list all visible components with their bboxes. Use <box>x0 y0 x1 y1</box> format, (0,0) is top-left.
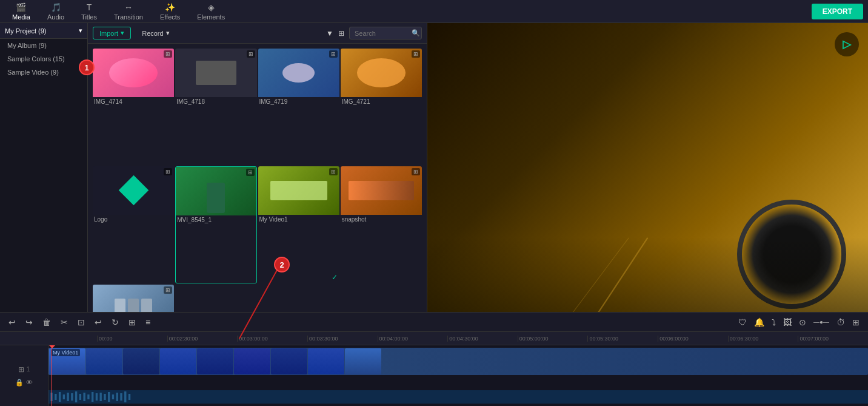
chevron-down-icon: ▾ <box>166 29 170 37</box>
ruler-mark-4: 00:04:00:00 <box>378 336 448 342</box>
svg-rect-17 <box>104 394 105 400</box>
effects-icon: ✨ <box>165 2 175 12</box>
cut-button[interactable]: ✂ <box>59 316 69 328</box>
thumb-badge: ⊞ <box>246 169 255 176</box>
delete-button[interactable]: 🗑 <box>41 316 52 328</box>
ruler-mark-2: 00:03:00:00 <box>237 336 307 342</box>
export-button[interactable]: EXPORT <box>812 4 863 19</box>
ruler-mark-5: 00:04:30:00 <box>447 336 518 342</box>
track-label: My Video1 <box>51 349 80 356</box>
svg-rect-15 <box>96 393 98 401</box>
svg-rect-8 <box>67 393 68 401</box>
record-button[interactable]: Record ▾ <box>136 27 175 39</box>
ruler-mark-1: 00:02:30:00 <box>167 336 238 342</box>
thumb-badge: ⊞ <box>247 50 255 58</box>
filter-icon[interactable]: ▼ <box>326 29 333 38</box>
ruler-mark-10: 00:07:00:00 <box>798 336 868 342</box>
ruler-marks: 00:00 00:02:30:00 00:03:00:00 00:03:30:0… <box>48 336 868 342</box>
tab-elements[interactable]: ◈ Elements <box>190 0 232 23</box>
svg-rect-7 <box>63 394 65 399</box>
redo-button[interactable]: ↪ <box>24 316 34 328</box>
media-thumb-img4714[interactable]: ⊞ IMG_4714 <box>93 49 174 165</box>
eye-icon[interactable]: 👁 <box>26 379 33 387</box>
speed-button[interactable]: —●— <box>812 317 830 326</box>
ruler-mark-6: 00:05:00:00 <box>518 336 588 342</box>
thumb-label: IMG_4721 <box>341 98 422 105</box>
media-toolbar-right: ▼ ⊞ 🔍 <box>326 27 422 39</box>
crop-button[interactable]: ⊡ <box>76 316 86 328</box>
rotate-left-button[interactable]: ↩ <box>93 316 103 328</box>
svg-rect-23 <box>129 394 130 400</box>
svg-rect-13 <box>87 394 89 399</box>
media-thumb-img4718[interactable]: ⊞ IMG_4718 <box>175 49 256 165</box>
photo-button[interactable]: 🖼 <box>782 316 793 328</box>
tab-media[interactable]: 🎬 Media <box>5 0 38 23</box>
svg-rect-14 <box>92 392 93 402</box>
svg-rect-19 <box>112 394 114 399</box>
check-icon: ✓ <box>332 273 338 282</box>
timeline-ruler: 00:00 00:02:30:00 00:03:00:00 00:03:30:0… <box>0 332 868 345</box>
sidebar-item-my-album[interactable]: My Album (9) <box>0 39 87 52</box>
svg-rect-16 <box>100 393 102 401</box>
ruler-mark-7: 00:05:30:00 <box>587 336 658 342</box>
timeline-toolbar: ↩ ↪ 🗑 ✂ ⊡ ↩ ↻ ⊞ ≡ 🛡 🔔 ⤵ 🖼 ⊙ —●— ⏱ ⊞ <box>0 313 868 332</box>
search-input[interactable] <box>355 30 409 37</box>
stabilize-button[interactable]: 🛡 <box>737 316 748 328</box>
audio-button[interactable]: 🔔 <box>753 316 766 328</box>
timeline-right-buttons: 🛡 🔔 ⤵ 🖼 ⊙ —●— ⏱ ⊞ <box>737 316 861 328</box>
thumb-badge: ⊞ <box>164 286 172 294</box>
project-header: My Project (9) ▾ <box>0 23 87 39</box>
import-button[interactable]: Import ▾ <box>93 27 131 39</box>
rotate-right-button[interactable]: ↻ <box>110 316 120 328</box>
motion-button[interactable]: ⊞ <box>127 316 137 328</box>
annotation-1: 1 <box>79 59 95 75</box>
track-controls: ⊞ 1 🔒 👁 <box>0 345 48 406</box>
grid-button[interactable]: ⊞ <box>851 316 861 328</box>
thumb-label: snapshot <box>341 216 422 223</box>
circle-button[interactable]: ⊙ <box>798 316 807 328</box>
svg-rect-20 <box>116 393 118 401</box>
svg-rect-9 <box>71 393 73 401</box>
chevron-down-icon: ▾ <box>121 29 124 37</box>
svg-rect-22 <box>124 391 126 402</box>
adjust-button[interactable]: ≡ <box>144 316 152 328</box>
media-thumb-logo[interactable]: ⊞ Logo <box>93 166 174 284</box>
timeline: ↩ ↪ 🗑 ✂ ⊡ ↩ ↻ ⊞ ≡ 🛡 🔔 ⤵ 🖼 ⊙ —●— ⏱ ⊞ 00:0… <box>0 312 868 406</box>
grid-icon[interactable]: ⊞ <box>338 29 344 38</box>
video-track[interactable]: My Video1 <box>48 348 868 375</box>
media-thumb-snapshot[interactable]: ⊞ snapshot <box>341 166 422 284</box>
ruler-mark-9: 00:06:30:00 <box>728 336 798 342</box>
tab-transition[interactable]: ↔ Transition <box>107 0 150 23</box>
transition-button[interactable]: ⤵ <box>770 316 777 328</box>
add-track-icon[interactable]: ⊞ <box>18 365 24 374</box>
thumb-label: IMG_4719 <box>258 98 339 105</box>
thumb-label: IMG_4714 <box>93 98 174 105</box>
media-thumb-img4721[interactable]: ⊞ IMG_4721 <box>341 49 422 165</box>
sidebar-item-sample-video[interactable]: Sample Video (9) <box>0 66 87 79</box>
sidebar-item-sample-colors[interactable]: Sample Colors (15) <box>0 52 87 66</box>
audio-track[interactable] <box>48 390 868 404</box>
media-toolbar: Import ▾ Record ▾ ▼ ⊞ 🔍 <box>88 23 427 44</box>
thumb-badge: ⊞ <box>164 168 172 175</box>
ruler-mark-3: 00:03:30:00 <box>307 336 378 342</box>
media-thumb-myvideo1[interactable]: ⊞ ✓ My Video1 <box>258 166 339 284</box>
audio-waveform <box>48 390 868 404</box>
media-thumb-img4719[interactable]: ⊞ IMG_4719 <box>258 49 339 165</box>
undo-button[interactable]: ↩ <box>7 316 17 328</box>
tab-audio[interactable]: 🎵 Audio <box>40 0 72 23</box>
media-thumb-mvi8545[interactable]: ⊞ MVI_8545_1 <box>175 166 256 284</box>
transition-icon: ↔ <box>124 2 133 12</box>
ruler-mark-8: 00:06:00:00 <box>658 336 728 342</box>
tab-effects[interactable]: ✨ Effects <box>153 0 187 23</box>
media-icon: 🎬 <box>16 2 26 12</box>
svg-rect-11 <box>79 394 81 400</box>
svg-rect-6 <box>59 392 61 402</box>
thumb-badge: ⊞ <box>164 50 172 58</box>
search-box: 🔍 <box>349 27 422 39</box>
thumb-label: Logo <box>93 216 174 223</box>
timer-button[interactable]: ⏱ <box>835 316 846 328</box>
thumb-badge: ⊞ <box>329 168 338 175</box>
tab-titles[interactable]: T Titles <box>74 0 104 23</box>
project-label: My Project (9) <box>5 27 46 35</box>
lock-icon[interactable]: 🔒 <box>15 379 24 387</box>
